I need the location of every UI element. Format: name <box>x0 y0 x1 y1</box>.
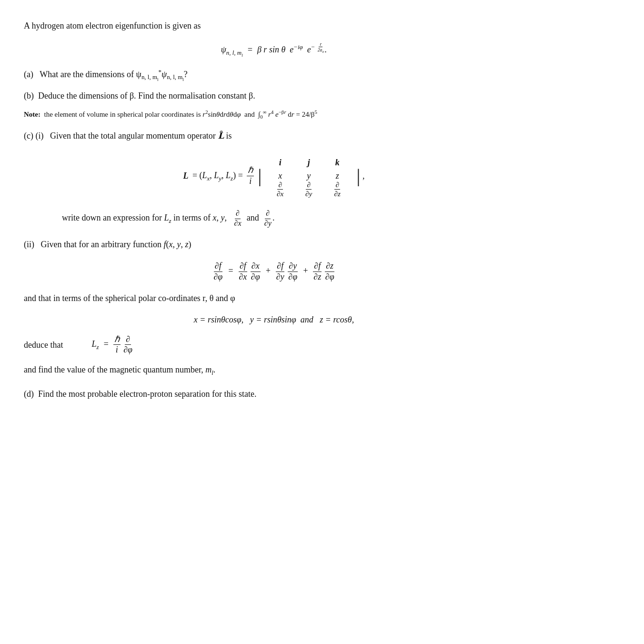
magnetic-quantum: and find the value of the magnetic quant… <box>24 363 524 378</box>
matrix-equation: L = (Lx, Ly, Lz) = ℏ i | i j k x y z ∂ <box>24 154 524 198</box>
xyz-equations: x = rsinθcosφ, y = rsinθsinφ and z = rco… <box>24 313 524 327</box>
determinant-matrix: | i j k x y z ∂ ∂x <box>257 154 361 198</box>
main-content: A hydrogen atom electron eigenfunction i… <box>24 19 524 401</box>
spherical-coords-intro: and that in terms of the spherical polar… <box>24 292 524 305</box>
psi-equation: ψn, l, ml = β r sin θ e−iφ e− r2a0. <box>24 41 524 59</box>
part-d: (d) Find the most probable electron-prot… <box>24 387 524 401</box>
part-c-ii: (ii) Given that for an arbitrary functio… <box>24 238 524 252</box>
chain-rule-eq: ∂f ∂φ = ∂f ∂x ∂x ∂φ + ∂f ∂y ∂y ∂φ + ∂f ∂… <box>24 261 524 282</box>
part-b: (b) Deduce the dimensions of β. Find the… <box>24 89 524 103</box>
lz-deduce-eq: Lz = ℏ i ∂ ∂φ <box>91 334 133 355</box>
note: Note: the element of volume in spherical… <box>24 108 524 121</box>
write-expression: write down an expression for Lz in terms… <box>24 209 524 228</box>
part-c-i: (c) (i) Given that the total angular mom… <box>24 129 524 143</box>
deduce-row: deduce that Lz = ℏ i ∂ ∂φ <box>24 334 524 355</box>
part-a: (a) What are the dimensions of ψn, l, ml… <box>24 67 524 83</box>
intro-text: A hydrogen atom electron eigenfunction i… <box>24 19 524 33</box>
